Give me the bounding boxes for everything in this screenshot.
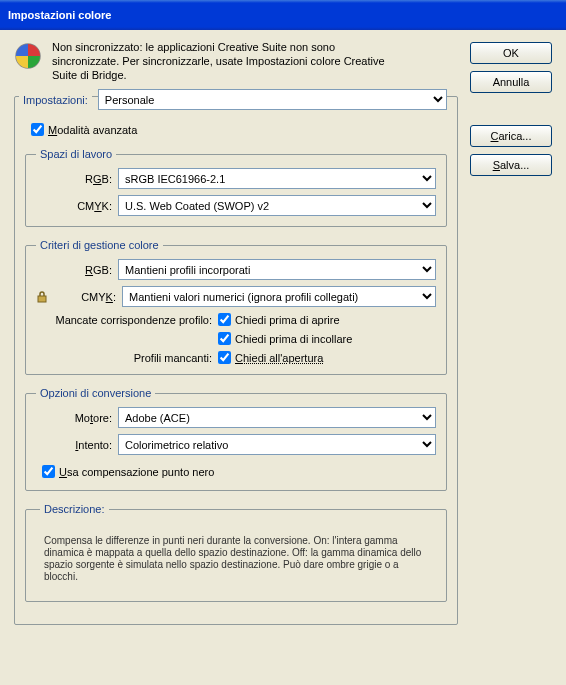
rgb-label: RGB: [50,173,112,185]
settings-label: Impostazioni: [19,94,92,106]
policies-group: Criteri di gestione colore RGB: Mantieni… [25,239,447,375]
ask-paste-label: Chiedi prima di incollare [235,333,352,345]
rgb-policy-select[interactable]: Mantieni profili incorporati [118,259,436,280]
conversion-group: Opzioni di conversione Motore: Adobe (AC… [25,387,447,491]
blackpoint-label: Usa compensazione punto nero [59,466,214,478]
ask-paste-checkbox[interactable] [218,332,231,345]
sync-notice: Non sincronizzato: le applicazioni Creat… [14,40,458,82]
description-legend: Descrizione: [40,503,109,515]
mismatch-label: Mancate corrispondenze profilo: [36,314,212,326]
lock-icon [36,290,48,304]
description-text: Compensa le differenze in punti neri dur… [44,535,428,583]
description-group: Descrizione: Compensa le differenze in p… [25,503,447,602]
titlebar: Impostazioni colore [0,0,566,30]
rgb-policy-label: RGB: [50,264,112,276]
settings-select[interactable]: Personale [98,89,447,110]
cancel-button[interactable]: Annulla [470,71,552,93]
ask-missing-label: Chiedi all'apertura [235,352,323,364]
intent-select[interactable]: Colorimetrico relativo [118,434,436,455]
ok-button[interactable]: OK [470,42,552,64]
advanced-mode-label: MModalità avanzataodalità avanzata [48,124,137,136]
cmyk-policy-label: CMYK: [68,291,116,303]
missing-label: Profili mancanti: [36,352,212,364]
ask-missing-checkbox[interactable] [218,351,231,364]
load-button[interactable]: Carica... [470,125,552,147]
conversion-legend: Opzioni di conversione [36,387,155,399]
cmyk-policy-select[interactable]: Mantieni valori numerici (ignora profili… [122,286,436,307]
ask-open-checkbox[interactable] [218,313,231,326]
engine-label: Motore: [50,412,112,424]
window-title: Impostazioni colore [8,9,111,21]
advanced-mode-checkbox[interactable] [31,123,44,136]
settings-group: Impostazioni: Personale MModalità avanza… [14,96,458,625]
cmyk-workspace-select[interactable]: U.S. Web Coated (SWOP) v2 [118,195,436,216]
workspace-legend: Spazi di lavoro [36,148,116,160]
engine-select[interactable]: Adobe (ACE) [118,407,436,428]
sync-warning-icon [14,42,42,70]
policies-legend: Criteri di gestione colore [36,239,163,251]
cmyk-label: CMYK: [50,200,112,212]
workspace-group: Spazi di lavoro RGB: sRGB IEC61966-2.1 C… [25,148,447,227]
intent-label: Intento: [50,439,112,451]
blackpoint-checkbox[interactable] [42,465,55,478]
ask-open-label: Chiedi prima di aprire [235,314,340,326]
rgb-workspace-select[interactable]: sRGB IEC61966-2.1 [118,168,436,189]
save-button[interactable]: Salva... [470,154,552,176]
sync-text: Non sincronizzato: le applicazioni Creat… [52,40,392,82]
svg-rect-1 [38,296,46,302]
